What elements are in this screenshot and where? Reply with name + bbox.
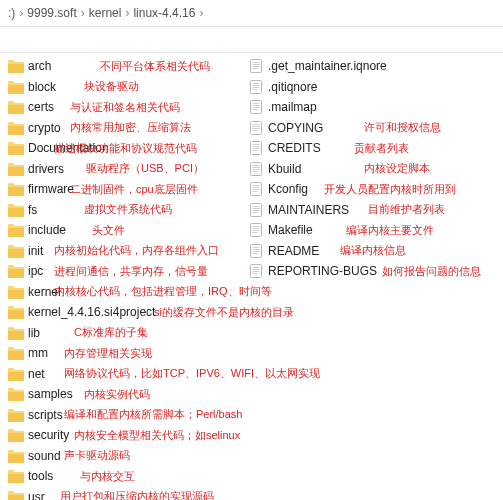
folder-icon <box>8 80 24 94</box>
folder-icon <box>8 285 24 299</box>
item-name: .qitiqnore <box>268 80 317 94</box>
crumb-root[interactable]: :) <box>8 6 15 20</box>
annotation: 如何报告问题的信息 <box>382 264 481 279</box>
item-name: block <box>28 80 56 94</box>
item-name: COPYING <box>268 121 323 135</box>
annotation: 声卡驱动源码 <box>64 448 130 463</box>
column-right: .get_maintainer.iqnore.qitiqnore.mailmap… <box>248 57 503 500</box>
folder-item[interactable]: certs与认证和签名相关代码 <box>8 98 248 116</box>
folder-item[interactable]: crypto内核常用加密、压缩算法 <box>8 119 248 137</box>
annotation: 编译和配置内核所需脚本；Perl/bash <box>64 407 242 422</box>
folder-icon <box>8 428 24 442</box>
item-name: net <box>28 367 45 381</box>
folder-icon <box>8 449 24 463</box>
folder-item[interactable]: sound声卡驱动源码 <box>8 447 248 465</box>
folder-item[interactable]: fs虚拟文件系统代码 <box>8 201 248 219</box>
folder-icon <box>8 367 24 381</box>
folder-item[interactable]: usr用户打包和压缩内核的实现源码 <box>8 488 248 501</box>
folder-icon <box>8 59 24 73</box>
folder-icon <box>8 100 24 114</box>
folder-icon <box>8 326 24 340</box>
folder-item[interactable]: block块设备驱动 <box>8 78 248 96</box>
folder-item[interactable]: samples内核实例代码 <box>8 385 248 403</box>
annotation: si的缓存文件不是内核的目录 <box>154 305 294 320</box>
annotation: 开发人员配置内核时所用到 <box>324 182 456 197</box>
file-item[interactable]: MAINTAINERS目前维护者列表 <box>248 201 503 219</box>
folder-item[interactable]: libC标准库的子集 <box>8 324 248 342</box>
annotation: 贡献者列表 <box>354 141 409 156</box>
annotation: 与认证和签名相关代码 <box>70 100 180 115</box>
file-icon <box>248 59 264 73</box>
folder-icon <box>8 305 24 319</box>
folder-icon <box>8 162 24 176</box>
folder-icon <box>8 121 24 135</box>
annotation: C标准库的子集 <box>74 325 148 340</box>
item-name: ipc <box>28 264 43 278</box>
item-name: MAINTAINERS <box>268 203 349 217</box>
folder-icon <box>8 244 24 258</box>
item-name: kernel_4.4.16.si4project <box>28 305 155 319</box>
breadcrumb[interactable]: :) › 9999.soft › kernel › linux-4.4.16 › <box>0 0 503 27</box>
folder-item[interactable]: ipc进程间通信，共享内存，信号量 <box>8 262 248 280</box>
annotation: 编译内核主要文件 <box>346 223 434 238</box>
annotation: 二进制固件，cpu底层固件 <box>70 182 198 197</box>
item-name: drivers <box>28 162 64 176</box>
item-name: sound <box>28 449 61 463</box>
annotation: 驱动程序（USB、PCI） <box>86 161 204 176</box>
file-item[interactable]: CREDITS贡献者列表 <box>248 139 503 157</box>
file-item[interactable]: Makefile编译内核主要文件 <box>248 221 503 239</box>
file-item[interactable]: REPORTING-BUGS如何报告问题的信息 <box>248 262 503 280</box>
folder-icon <box>8 387 24 401</box>
annotation: 内核核心代码，包括进程管理，IRQ、时间等 <box>54 284 272 299</box>
annotation: 编译内核信息 <box>340 243 406 258</box>
file-item[interactable]: .mailmap <box>248 98 503 116</box>
folder-item[interactable]: firmware二进制固件，cpu底层固件 <box>8 180 248 198</box>
file-icon <box>248 264 264 278</box>
annotation: 内核设定脚本 <box>364 161 430 176</box>
item-name: Kconfig <box>268 182 308 196</box>
item-name: fs <box>28 203 37 217</box>
folder-item[interactable]: net网络协议代码，比如TCP、IPV6、WIFI、以太网实现 <box>8 365 248 383</box>
annotation: 内存管理相关实现 <box>64 346 152 361</box>
folder-item[interactable]: Documentation描述模块功能和协议规范代码 <box>8 139 248 157</box>
file-item[interactable]: .get_maintainer.iqnore <box>248 57 503 75</box>
folder-item[interactable]: kernel内核核心代码，包括进程管理，IRQ、时间等 <box>8 283 248 301</box>
folder-item[interactable]: mm内存管理相关实现 <box>8 344 248 362</box>
folder-icon <box>8 182 24 196</box>
crumb-3[interactable]: linux-4.4.16 <box>133 6 195 20</box>
item-name: firmware <box>28 182 74 196</box>
folder-item[interactable]: drivers驱动程序（USB、PCI） <box>8 160 248 178</box>
item-name: certs <box>28 100 54 114</box>
item-name: README <box>268 244 319 258</box>
item-name: Kbuild <box>268 162 301 176</box>
folder-item[interactable]: security内核安全模型相关代码；如selinux <box>8 426 248 444</box>
folder-item[interactable]: scripts编译和配置内核所需脚本；Perl/bash <box>8 406 248 424</box>
annotation: 内核实例代码 <box>84 387 150 402</box>
file-item[interactable]: COPYING许可和授权信息 <box>248 119 503 137</box>
folder-icon <box>8 264 24 278</box>
chevron-right-icon: › <box>199 6 203 20</box>
file-item[interactable]: Kconfig开发人员配置内核时所用到 <box>248 180 503 198</box>
file-item[interactable]: README编译内核信息 <box>248 242 503 260</box>
annotation: 许可和授权信息 <box>364 120 441 135</box>
chevron-right-icon: › <box>19 6 23 20</box>
folder-item[interactable]: include头文件 <box>8 221 248 239</box>
item-name: REPORTING-BUGS <box>268 264 377 278</box>
annotation: 内核初始化代码，内存各组件入口 <box>54 243 219 258</box>
crumb-2[interactable]: kernel <box>89 6 122 20</box>
file-icon <box>248 182 264 196</box>
annotation: 虚拟文件系统代码 <box>84 202 172 217</box>
crumb-1[interactable]: 9999.soft <box>27 6 76 20</box>
folder-icon <box>8 223 24 237</box>
file-icon <box>248 244 264 258</box>
folder-item[interactable]: kernel_4.4.16.si4projectsi的缓存文件不是内核的目录 <box>8 303 248 321</box>
folder-icon <box>8 141 24 155</box>
folder-item[interactable]: init内核初始化代码，内存各组件入口 <box>8 242 248 260</box>
file-item[interactable]: Kbuild内核设定脚本 <box>248 160 503 178</box>
file-item[interactable]: .qitiqnore <box>248 78 503 96</box>
folder-item[interactable]: arch不同平台体系相关代码 <box>8 57 248 75</box>
file-icon <box>248 223 264 237</box>
folder-item[interactable]: tools与内核交互 <box>8 467 248 485</box>
chevron-right-icon: › <box>125 6 129 20</box>
item-name: crypto <box>28 121 61 135</box>
